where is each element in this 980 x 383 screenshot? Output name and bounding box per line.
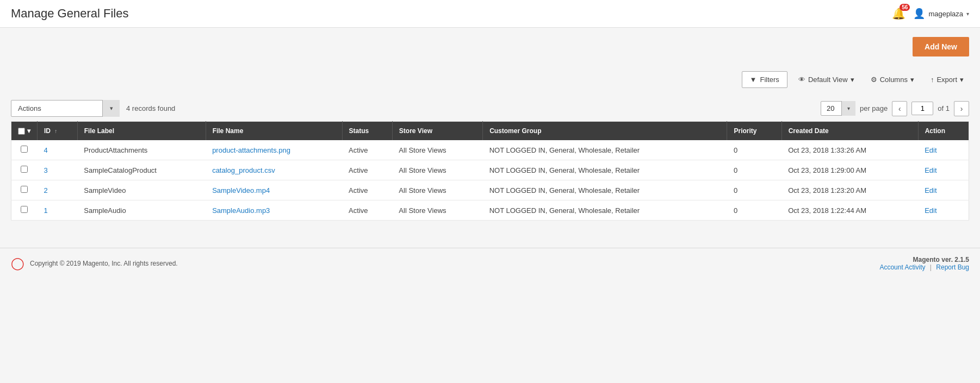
file-name-link-2[interactable]: SampleVideo.mp4 [212,186,270,194]
th-created-date[interactable]: Created Date [781,122,918,141]
table-header: ▾ ID ↑ File Label File Name Status Store… [11,122,969,141]
records-count: 4 [126,104,130,112]
th-store-view[interactable]: Store View [392,122,482,141]
footer-separator: | [930,263,932,271]
row-action-0: Edit [918,140,969,160]
row-status-2: Active [342,180,392,200]
gear-icon: ⚙ [871,76,877,84]
footer-copyright: Copyright © 2019 Magento, Inc. All right… [30,260,178,267]
row-status-3: Active [342,200,392,221]
export-chevron-icon: ▾ [960,76,964,84]
edit-link-2[interactable]: Edit [925,186,936,194]
row-status-1: Active [342,160,392,180]
filters-label: Filters [760,76,779,84]
row-file-label-1: SampleCatalogProduct [77,160,206,180]
records-text: records found [132,104,176,112]
export-icon: ↑ [931,76,934,84]
columns-chevron-icon: ▾ [910,76,914,84]
row-store-view-0: All Store Views [392,140,482,160]
edit-link-1[interactable]: Edit [925,166,936,174]
account-activity-link[interactable]: Account Activity [879,263,925,271]
row-customer-group-2: NOT LOGGED IN, General, Wholesale, Retai… [483,180,727,200]
row-checkbox-cell [11,200,38,221]
table-row: 1 SampleAudio SampleAudio.mp3 Active All… [11,200,969,221]
id-sort-icon: ↑ [54,128,57,134]
row-priority-0: 0 [727,140,781,160]
edit-link-3[interactable]: Edit [925,206,936,215]
row-created-date-1: Oct 23, 2018 1:29:00 AM [781,160,918,180]
footer-links: Account Activity | Report Bug [879,263,969,271]
footer-version: Magento ver. 2.1.5 [879,256,969,263]
file-name-link-0[interactable]: product-attachments.png [212,146,290,154]
filter-bar: ▼ Filters 👁 Default View ▾ ⚙ Columns ▾ ↑… [11,66,969,93]
row-priority-1: 0 [727,160,781,180]
export-button[interactable]: ↑ Export ▾ [925,72,969,87]
next-page-button[interactable]: › [954,101,969,116]
user-menu[interactable]: 👤 mageplaza ▾ [913,8,969,20]
of-pages-label: of 1 [938,104,950,112]
row-file-label-2: SampleVideo [77,180,206,200]
row-file-name-1: catalog_product.csv [206,160,342,180]
row-checkbox-2[interactable] [21,186,28,193]
row-customer-group-1: NOT LOGGED IN, General, Wholesale, Retai… [483,160,727,180]
notification-badge: 56 [900,4,910,11]
th-priority[interactable]: Priority [727,122,781,141]
select-all-checkbox[interactable] [18,128,25,135]
current-page-input[interactable] [911,102,933,115]
row-checkbox-cell [11,180,38,200]
row-action-2: Edit [918,180,969,200]
row-status-0: Active [342,140,392,160]
th-file-label[interactable]: File Label [77,122,206,141]
of-label: of [938,104,944,112]
view-chevron-icon: ▾ [851,76,854,84]
default-view-button[interactable]: 👁 Default View ▾ [793,72,860,87]
row-action-1: Edit [918,160,969,180]
data-table: ▾ ID ↑ File Label File Name Status Store… [11,121,969,221]
export-label: Export [936,76,957,84]
actions-select[interactable]: Actions Delete [11,100,120,117]
th-action: Action [918,122,969,141]
per-page-wrapper: 20 30 50 100 200 ▾ [821,101,855,116]
user-menu-chevron-icon: ▾ [966,11,969,17]
file-name-link-3[interactable]: SampleAudio.mp3 [212,206,270,215]
edit-link-0[interactable]: Edit [925,146,936,154]
row-priority-3: 0 [727,200,781,221]
report-bug-link[interactable]: Report Bug [936,263,969,271]
funnel-icon: ▼ [750,76,757,84]
select-all-chevron-icon[interactable]: ▾ [27,127,30,135]
page-footer: ◯ Copyright © 2019 Magento, Inc. All rig… [0,248,980,279]
per-page-label: per page [860,104,888,112]
row-checkbox-1[interactable] [21,166,28,173]
columns-button[interactable]: ⚙ Columns ▾ [865,72,920,87]
footer-left: ◯ Copyright © 2019 Magento, Inc. All rig… [11,256,178,271]
username-label: mageplaza [928,10,963,18]
row-id-2: 2 [38,180,78,200]
file-name-link-1[interactable]: catalog_product.csv [212,166,275,174]
row-checkbox-0[interactable] [21,146,28,153]
table-row: 3 SampleCatalogProduct catalog_product.c… [11,160,969,180]
row-checkbox-3[interactable] [21,206,28,213]
pagination-right: 20 30 50 100 200 ▾ per page ‹ of 1 › [821,101,969,116]
row-store-view-1: All Store Views [392,160,482,180]
row-id-1: 3 [38,160,78,180]
th-id[interactable]: ID ↑ [38,122,78,141]
view-label: Default View [808,76,848,84]
add-new-button[interactable]: Add New [913,37,969,56]
prev-page-button[interactable]: ‹ [892,101,907,116]
page-content: ▼ Filters 👁 Default View ▾ ⚙ Columns ▾ ↑… [0,60,980,231]
th-status[interactable]: Status [342,122,392,141]
row-file-label-0: ProductAttachments [77,140,206,160]
row-store-view-2: All Store Views [392,180,482,200]
user-avatar-icon: 👤 [913,8,925,20]
per-page-select[interactable]: 20 30 50 100 200 [821,101,855,116]
table-header-row: ▾ ID ↑ File Label File Name Status Store… [11,122,969,141]
filters-button[interactable]: ▼ Filters [742,71,787,88]
total-pages: 1 [946,104,950,112]
th-file-name[interactable]: File Name [206,122,342,141]
row-store-view-3: All Store Views [392,200,482,221]
row-created-date-2: Oct 23, 2018 1:23:20 AM [781,180,918,200]
records-found-label: 4 records found [126,104,175,112]
th-customer-group[interactable]: Customer Group [483,122,727,141]
notification-bell[interactable]: 🔔 56 [892,7,905,20]
row-priority-2: 0 [727,180,781,200]
